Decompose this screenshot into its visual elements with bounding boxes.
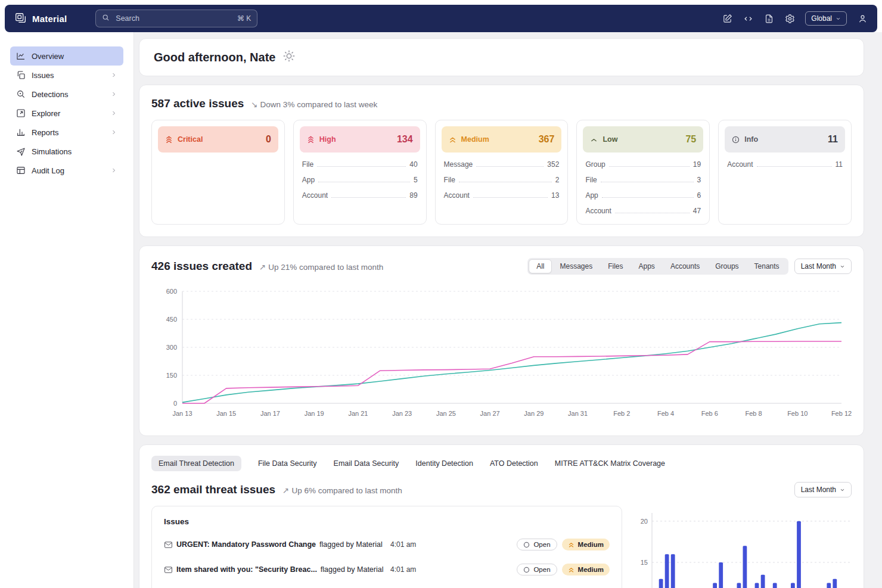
tab-tenants[interactable]: Tenants: [747, 259, 787, 273]
user-icon[interactable]: [857, 13, 868, 24]
severity-grid: Critical 0 High 134 Fi: [151, 120, 852, 225]
breakdown-row: Account11: [725, 156, 845, 172]
svg-text:Jan 29: Jan 29: [524, 410, 544, 417]
status-badge-open[interactable]: Open: [517, 539, 557, 550]
severity-info-icon: [732, 136, 740, 144]
severity-card-low[interactable]: Low 75 Group19 File3 App6 Account47: [576, 120, 710, 225]
breakdown-row: File3: [583, 172, 703, 187]
chevron-right-icon: [110, 71, 117, 79]
edit-square-icon[interactable]: [722, 13, 732, 24]
tab-apps[interactable]: Apps: [631, 259, 663, 273]
tab-all[interactable]: All: [529, 259, 552, 273]
bar-chart-icon: [16, 127, 26, 137]
severity-chip-info: Info 11: [725, 126, 845, 153]
breakdown-value: 11: [836, 160, 843, 169]
svg-text:Feb 4: Feb 4: [657, 410, 674, 417]
breakdown-row: Account13: [442, 187, 562, 203]
svg-text:15: 15: [641, 559, 648, 566]
sidebar-item-overview[interactable]: Overview: [10, 46, 123, 66]
leader-dots: [609, 166, 690, 167]
global-selector-label: Global: [811, 14, 832, 23]
tab-messages[interactable]: Messages: [552, 259, 600, 273]
sidebar-item-issues[interactable]: Issues: [10, 66, 123, 85]
sidebar-item-label: Audit Log: [32, 166, 64, 175]
breakdown-label: App: [302, 176, 315, 184]
period-select-label: Last Month: [801, 262, 836, 270]
issue-row[interactable]: Item shared with you: "Security Breac...…: [164, 557, 610, 582]
magnifier-dot-icon: [16, 89, 26, 99]
period-select[interactable]: Last Month: [794, 482, 852, 497]
envelope-icon: [164, 565, 173, 574]
breakdown-label: File: [585, 176, 597, 184]
severity-badge-medium[interactable]: Medium: [562, 539, 610, 550]
svg-text:Jan 21: Jan 21: [348, 410, 368, 417]
svg-text:Jan 15: Jan 15: [216, 410, 236, 417]
tab-file-data-security[interactable]: File Data Security: [258, 456, 317, 471]
sidebar-item-explorer[interactable]: Explorer: [10, 104, 123, 123]
severity-breakdown: File40 App5 Account89: [300, 156, 420, 203]
breakdown-label: Group: [585, 160, 605, 169]
severity-card-critical[interactable]: Critical 0: [151, 120, 285, 225]
leader-dots: [317, 166, 406, 167]
brand[interactable]: Material: [14, 12, 67, 25]
leader-dots: [331, 197, 406, 198]
greeting-title: Good afternoon, Nate: [154, 51, 275, 64]
sidebar-item-detections[interactable]: Detections: [10, 85, 123, 104]
sidebar-item-label: Explorer: [32, 109, 60, 118]
docs-icon[interactable]: [763, 13, 774, 24]
issue-row[interactable]: URGENT: Mandatory Password Change flagge…: [164, 532, 610, 557]
gear-icon[interactable]: [784, 13, 795, 24]
issue-title: URGENT: Mandatory Password Change flagge…: [164, 540, 386, 549]
sidebar-item-audit-log[interactable]: Audit Log: [10, 161, 123, 180]
chevron-right-icon: [110, 91, 117, 98]
tab-identity-detection[interactable]: Identity Detection: [415, 456, 473, 471]
sidebar-item-label: Overview: [32, 52, 64, 61]
issues-created-card: 426 issues created ↗Up 21% compared to l…: [139, 245, 864, 436]
breakdown-value: 13: [551, 191, 559, 200]
period-select[interactable]: Last Month: [794, 259, 852, 274]
sidebar-item-simulations[interactable]: Simulations: [10, 142, 123, 161]
active-issues-card: 587 active issues ↘Down 3% compared to l…: [139, 85, 864, 237]
issues-created-line-chart: 0150300450600Jan 13Jan 15Jan 17Jan 19Jan…: [151, 285, 852, 424]
status-badge-open[interactable]: Open: [517, 564, 557, 575]
breakdown-label: Message: [444, 160, 473, 169]
tab-files[interactable]: Files: [600, 259, 631, 273]
tab-ato-detection[interactable]: ATO Detection: [490, 456, 538, 471]
breakdown-value: 5: [414, 176, 418, 184]
breakdown-value: 2: [555, 176, 560, 184]
severity-card-medium[interactable]: Medium 367 Message352 File2 Account13: [435, 120, 569, 225]
breakdown-label: Account: [302, 191, 328, 200]
breakdown-row: App5: [300, 172, 420, 187]
material-logo-icon: [14, 12, 27, 25]
sidebar-item-reports[interactable]: Reports: [10, 123, 123, 142]
breakdown-label: File: [444, 176, 455, 184]
issues-panel-title: Issues: [164, 515, 610, 532]
code-icon[interactable]: [743, 13, 753, 24]
tab-groups[interactable]: Groups: [707, 259, 746, 273]
chevron-right-icon: [110, 110, 117, 117]
leader-dots: [476, 166, 544, 167]
tab-email-data-security[interactable]: Email Data Security: [334, 456, 399, 471]
issues-list-panel: Issues URGENT: Mandatory Password Change…: [151, 506, 622, 588]
tab-email-threat-detection[interactable]: Email Threat Detection: [151, 456, 241, 471]
chevron-right-icon: [110, 129, 117, 136]
issue-row[interactable]: Follow-Up!! flagged by Material 4:01 am …: [164, 582, 610, 588]
table-icon: [16, 166, 26, 175]
tab-mitre-attack-matrix[interactable]: MITRE ATT&CK Matrix Coverage: [555, 456, 665, 471]
copy-icon: [16, 70, 26, 80]
sidebar: Overview Issues Detections: [0, 32, 134, 588]
severity-card-info[interactable]: Info 11 Account11: [718, 120, 852, 225]
tab-accounts[interactable]: Accounts: [663, 259, 707, 273]
global-selector[interactable]: Global: [805, 11, 847, 26]
search-box[interactable]: ⌘ K: [95, 10, 257, 27]
severity-chip-low: Low 75: [583, 126, 703, 153]
severity-card-high[interactable]: High 134 File40 App5 Account89: [293, 120, 427, 225]
email-threat-title: 362 email threat issues: [151, 483, 275, 496]
main-content: Good afternoon, Nate 587 active issues ↘…: [134, 32, 882, 588]
severity-badge-medium[interactable]: Medium: [562, 564, 610, 575]
leader-dots: [473, 197, 548, 198]
severity-label: Info: [744, 135, 758, 144]
svg-text:600: 600: [166, 288, 177, 295]
breakdown-value: 19: [693, 160, 701, 169]
search-input[interactable]: [114, 14, 232, 23]
